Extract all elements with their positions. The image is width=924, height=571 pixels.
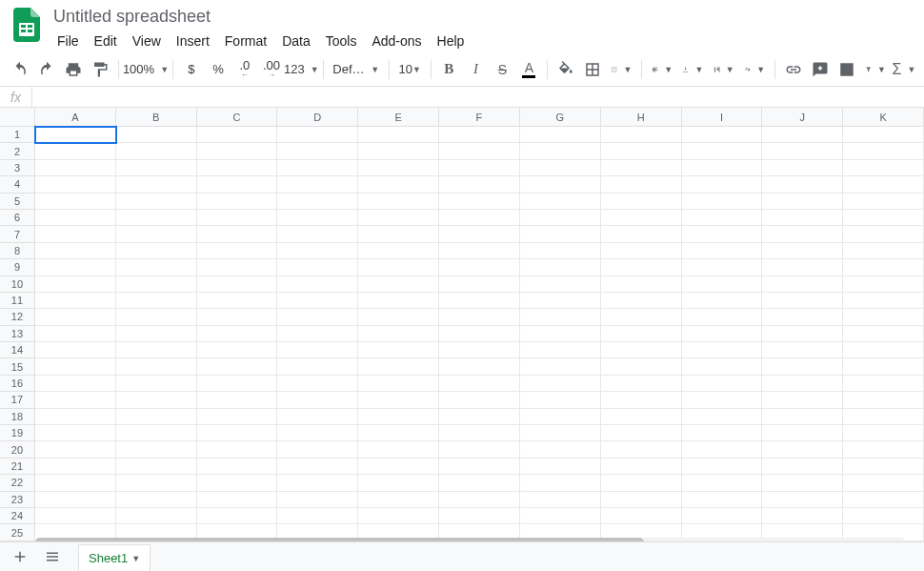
cell[interactable] (439, 508, 520, 524)
col-header[interactable]: B (116, 108, 197, 126)
cell[interactable] (601, 392, 682, 408)
cell[interactable] (277, 475, 358, 491)
cell[interactable] (35, 309, 116, 325)
cell[interactable] (197, 127, 278, 143)
cell[interactable] (358, 176, 439, 193)
cell[interactable] (843, 475, 924, 491)
cell[interactable] (601, 176, 682, 193)
cell[interactable] (439, 459, 520, 475)
row-header[interactable]: 24 (0, 508, 35, 524)
cell[interactable] (439, 358, 520, 375)
cell[interactable] (197, 425, 278, 441)
cell[interactable] (197, 309, 278, 325)
cell[interactable] (682, 226, 763, 242)
row-header[interactable]: 6 (0, 210, 35, 226)
row-header[interactable]: 4 (0, 176, 35, 193)
cell[interactable] (116, 342, 197, 358)
insert-comment-button[interactable] (808, 57, 833, 82)
cell[interactable] (762, 143, 843, 159)
cell[interactable] (520, 293, 601, 309)
cell[interactable] (35, 243, 116, 259)
cell[interactable] (116, 425, 197, 441)
cell[interactable] (601, 127, 682, 143)
cell[interactable] (197, 176, 278, 193)
cell[interactable] (439, 160, 520, 176)
cell[interactable] (762, 475, 843, 491)
col-header[interactable]: G (520, 108, 601, 126)
cell[interactable] (601, 309, 682, 325)
cell[interactable] (116, 409, 197, 425)
cell[interactable] (277, 143, 358, 159)
cell[interactable] (116, 326, 197, 342)
cell[interactable] (439, 210, 520, 226)
row-header[interactable]: 22 (0, 475, 35, 491)
cell[interactable] (277, 176, 358, 193)
cell[interactable] (762, 441, 843, 458)
cell[interactable] (277, 459, 358, 475)
cell[interactable] (35, 194, 116, 210)
menu-help[interactable]: Help (430, 30, 472, 52)
menu-addons[interactable]: Add-ons (364, 30, 429, 52)
col-header[interactable]: I (682, 108, 763, 126)
cell[interactable] (358, 492, 439, 508)
cell[interactable] (116, 127, 197, 143)
print-button[interactable] (61, 57, 86, 82)
col-header[interactable]: E (358, 108, 439, 126)
col-header[interactable]: K (843, 108, 924, 126)
cell[interactable] (35, 210, 116, 226)
font-size-select[interactable]: 10▼ (395, 57, 425, 82)
cell[interactable] (277, 276, 358, 293)
cell[interactable] (682, 492, 763, 508)
cell[interactable] (843, 492, 924, 508)
cell[interactable] (197, 259, 278, 275)
cell[interactable] (520, 210, 601, 226)
row-header[interactable]: 8 (0, 243, 35, 259)
cell[interactable] (358, 409, 439, 425)
cell[interactable] (682, 293, 763, 309)
increase-decimal-button[interactable]: .00→ (259, 57, 284, 82)
cell[interactable] (762, 459, 843, 475)
cell[interactable] (439, 326, 520, 342)
cell[interactable] (520, 276, 601, 293)
format-percent-button[interactable]: % (206, 57, 231, 82)
row-header[interactable]: 20 (0, 441, 35, 458)
all-sheets-button[interactable] (38, 544, 67, 569)
vertical-align-button[interactable]: ▼ (678, 57, 707, 82)
cell[interactable] (520, 243, 601, 259)
filter-button[interactable]: ▼ (861, 57, 890, 82)
zoom-select[interactable]: 100%▼ (125, 57, 168, 82)
cell[interactable] (843, 276, 924, 293)
cell[interactable] (277, 160, 358, 176)
cell[interactable] (358, 475, 439, 491)
cell[interactable] (439, 243, 520, 259)
redo-button[interactable] (34, 57, 59, 82)
cell[interactable] (35, 160, 116, 176)
menu-edit[interactable]: Edit (87, 30, 125, 52)
row-header[interactable]: 17 (0, 392, 35, 408)
row-header[interactable]: 21 (0, 459, 35, 475)
cell[interactable] (762, 376, 843, 392)
cell[interactable] (682, 143, 763, 159)
cell[interactable] (116, 226, 197, 242)
text-wrap-button[interactable]: ▼ (710, 57, 738, 82)
cell[interactable] (358, 194, 439, 210)
cell[interactable] (35, 358, 116, 375)
cell[interactable] (520, 143, 601, 159)
bold-button[interactable]: B (436, 57, 461, 82)
decrease-decimal-button[interactable]: .0← (232, 57, 257, 82)
cell[interactable] (277, 293, 358, 309)
cell[interactable] (35, 143, 116, 159)
cell[interactable] (682, 409, 763, 425)
sheet-tab-active[interactable]: Sheet1▼ (78, 544, 151, 571)
cell[interactable] (116, 210, 197, 226)
italic-button[interactable]: I (463, 57, 488, 82)
text-color-button[interactable]: A (516, 57, 541, 82)
cell[interactable] (682, 326, 763, 342)
row-header[interactable]: 19 (0, 425, 35, 441)
cell[interactable] (843, 358, 924, 375)
cell[interactable] (35, 425, 116, 441)
cell[interactable] (358, 326, 439, 342)
cell[interactable] (682, 259, 763, 275)
cell[interactable] (197, 441, 278, 458)
add-sheet-button[interactable] (6, 544, 34, 569)
